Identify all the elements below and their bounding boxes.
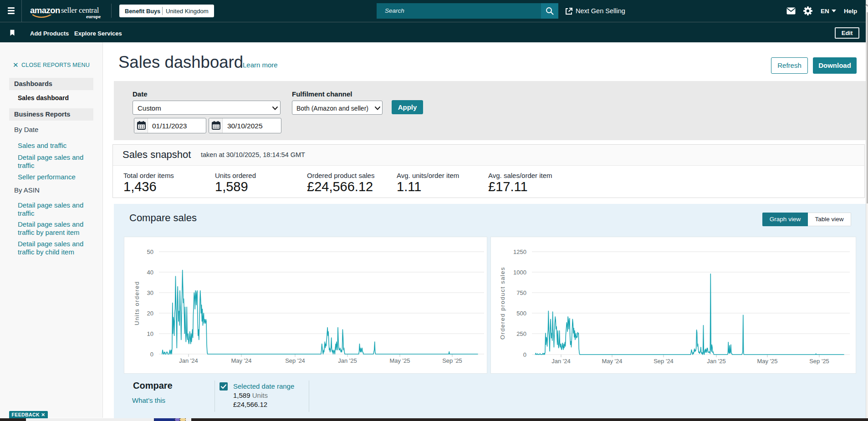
svg-text:30: 30: [147, 289, 153, 296]
svg-text:Jan '24: Jan '24: [179, 357, 198, 364]
svg-text:Sep '24: Sep '24: [654, 358, 674, 365]
svg-text:Ordered product sales: Ordered product sales: [499, 267, 506, 340]
svg-text:May '24: May '24: [602, 358, 622, 365]
svg-text:0: 0: [523, 351, 526, 358]
svg-text:20: 20: [147, 310, 153, 317]
svg-text:Sep '25: Sep '25: [442, 357, 462, 364]
svg-text:Sep '25: Sep '25: [809, 358, 829, 365]
svg-text:500: 500: [516, 310, 526, 317]
svg-text:Units ordered: Units ordered: [133, 281, 140, 325]
svg-text:750: 750: [516, 289, 526, 296]
svg-text:0: 0: [150, 351, 153, 358]
svg-text:10: 10: [147, 330, 153, 337]
svg-text:Jan '25: Jan '25: [338, 357, 357, 364]
svg-text:1000: 1000: [513, 269, 526, 276]
svg-text:May '25: May '25: [389, 357, 410, 364]
svg-text:1250: 1250: [513, 249, 526, 255]
svg-text:Jan '24: Jan '24: [551, 358, 571, 365]
svg-text:40: 40: [147, 269, 153, 276]
svg-text:250: 250: [516, 330, 526, 337]
svg-text:Jan '25: Jan '25: [707, 358, 726, 365]
svg-text:50: 50: [147, 249, 153, 255]
svg-text:May '25: May '25: [757, 358, 777, 365]
svg-text:Sep '24: Sep '24: [285, 357, 305, 364]
svg-text:May '24: May '24: [231, 357, 251, 364]
